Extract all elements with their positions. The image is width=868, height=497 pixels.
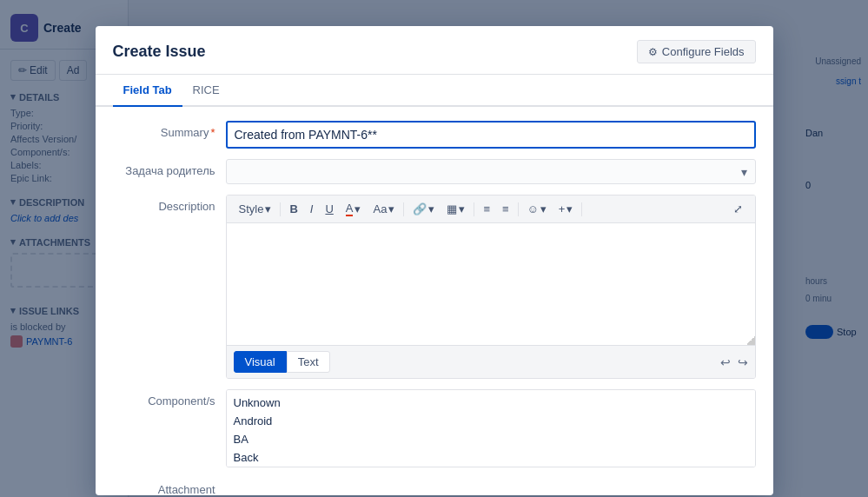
emoji-button[interactable]: ☺ ▾ bbox=[522, 200, 552, 218]
modal-tabs: Field Tab RICE bbox=[96, 75, 773, 107]
list-item[interactable]: Back bbox=[227, 448, 755, 467]
modal-body: Summary Задача родитель Description bbox=[96, 107, 773, 495]
link-button[interactable]: 🔗 ▾ bbox=[407, 200, 440, 218]
tab-field-tab[interactable]: Field Tab bbox=[113, 75, 182, 105]
summary-row: Summary bbox=[113, 121, 756, 149]
expand-icon: ⤢ bbox=[733, 202, 743, 215]
view-toggle-group: Visual Text bbox=[234, 351, 330, 373]
numbered-list-icon: ≡ bbox=[502, 202, 509, 215]
italic-button[interactable]: I bbox=[305, 200, 319, 218]
attachment-row: Attachment bbox=[113, 478, 756, 495]
components-row: Component/s Unknown Android BA Back Des bbox=[113, 389, 756, 467]
summary-input[interactable] bbox=[226, 121, 756, 149]
chevron-color-icon: ▾ bbox=[354, 202, 361, 215]
insert-button[interactable]: + ▾ bbox=[553, 200, 579, 218]
parent-task-row: Задача родитель bbox=[113, 159, 756, 184]
redo-button[interactable]: ↪ bbox=[738, 355, 748, 369]
bold-button[interactable]: B bbox=[284, 200, 302, 218]
text-view-button[interactable]: Text bbox=[287, 351, 330, 373]
underline-button[interactable]: U bbox=[320, 200, 338, 218]
tab-rice[interactable]: RICE bbox=[182, 75, 230, 105]
editor-footer: Visual Text ↩ ↪ bbox=[227, 345, 755, 378]
list-item[interactable]: Des bbox=[227, 467, 755, 467]
table-button[interactable]: ▦ ▾ bbox=[441, 200, 470, 218]
parent-task-wrapper bbox=[226, 159, 756, 184]
toolbar-divider-4 bbox=[518, 202, 519, 216]
gear-icon: ⚙ bbox=[648, 46, 658, 58]
undo-button[interactable]: ↩ bbox=[720, 355, 731, 369]
plus-icon: + bbox=[559, 202, 566, 215]
summary-label: Summary bbox=[113, 121, 226, 139]
more-formatting-button[interactable]: Aa ▾ bbox=[368, 200, 400, 218]
configure-fields-button[interactable]: ⚙ Configure Fields bbox=[637, 40, 756, 63]
create-issue-modal: Create Issue ⚙ Configure Fields Field Ta… bbox=[96, 26, 773, 495]
editor-toolbar: Style ▾ B I U bbox=[227, 195, 755, 223]
summary-field-wrapper bbox=[226, 121, 756, 149]
chevron-style-icon: ▾ bbox=[265, 202, 271, 215]
text-color-icon: A bbox=[346, 202, 354, 216]
toolbar-divider-1 bbox=[280, 202, 281, 216]
list-item[interactable]: Unknown bbox=[227, 394, 755, 412]
emoji-icon: ☺ bbox=[527, 202, 539, 215]
list-item[interactable]: Android bbox=[227, 412, 755, 430]
parent-task-select[interactable] bbox=[226, 159, 756, 184]
chevron-format-icon: ▾ bbox=[388, 202, 394, 215]
numbered-list-button[interactable]: ≡ bbox=[497, 200, 514, 218]
chevron-table-icon: ▾ bbox=[459, 202, 465, 215]
components-field-wrapper: Unknown Android BA Back Des bbox=[226, 389, 756, 467]
more-format-icon: Aa bbox=[373, 202, 387, 215]
list-item[interactable]: BA bbox=[227, 430, 755, 448]
rich-text-editor: Style ▾ B I U bbox=[226, 195, 756, 379]
visual-view-button[interactable]: Visual bbox=[234, 351, 287, 373]
toolbar-divider-3 bbox=[474, 202, 474, 216]
table-icon: ▦ bbox=[447, 202, 457, 215]
parent-task-label: Задача родитель bbox=[113, 159, 226, 177]
link-icon: 🔗 bbox=[413, 202, 427, 215]
description-label: Description bbox=[113, 195, 226, 213]
bullet-list-button[interactable]: ≡ bbox=[478, 200, 495, 218]
editor-content-area[interactable] bbox=[227, 223, 755, 345]
components-listbox[interactable]: Unknown Android BA Back Des bbox=[226, 389, 756, 467]
components-label: Component/s bbox=[113, 389, 226, 408]
chevron-insert-icon: ▾ bbox=[567, 202, 573, 215]
modal-title: Create Issue bbox=[113, 43, 206, 61]
modal-header: Create Issue ⚙ Configure Fields bbox=[96, 26, 773, 75]
editor-actions: ↩ ↪ bbox=[720, 355, 748, 369]
chevron-link-icon: ▾ bbox=[428, 202, 434, 215]
attachment-label: Attachment bbox=[113, 478, 226, 495]
modal-overlay: Create Issue ⚙ Configure Fields Field Ta… bbox=[0, 0, 868, 497]
text-color-button[interactable]: A ▾ bbox=[341, 199, 367, 219]
style-button[interactable]: Style ▾ bbox=[234, 200, 277, 218]
chevron-emoji-icon: ▾ bbox=[540, 202, 547, 215]
description-editor: Style ▾ B I U bbox=[226, 195, 756, 379]
resize-handle[interactable] bbox=[746, 336, 755, 345]
bullet-list-icon: ≡ bbox=[483, 202, 490, 215]
expand-button[interactable]: ⤢ bbox=[728, 200, 748, 218]
description-row: Description Style ▾ B bbox=[113, 195, 756, 379]
toolbar-divider-2 bbox=[403, 202, 404, 216]
toolbar-divider-5 bbox=[581, 202, 582, 216]
